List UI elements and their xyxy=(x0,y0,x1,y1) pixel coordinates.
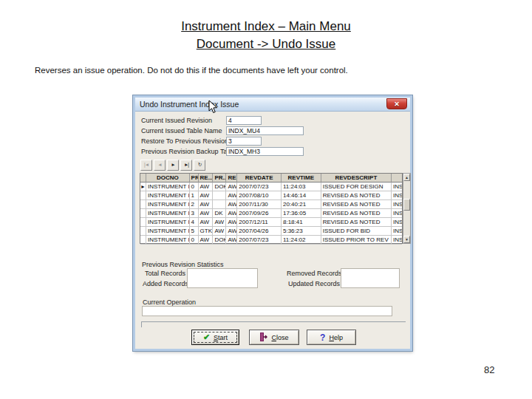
slide-page-number: 82 xyxy=(484,364,494,375)
table-row[interactable]: INSTRUMENT IND 2 AW AW 2007/11/30 20:40:… xyxy=(140,200,402,209)
start-button-label: tart xyxy=(218,334,228,341)
cell-rev: 0 xyxy=(190,183,199,191)
start-button[interactable]: ✔ Start xyxy=(191,330,239,345)
cell-extra: INSTRU xyxy=(392,218,402,227)
first-record-icon: |◄ xyxy=(144,163,149,168)
check-icon: ✔ xyxy=(203,333,210,341)
slide: Instrument Index – Main Menu Document ->… xyxy=(0,0,532,399)
cell-by2: DOK xyxy=(213,183,226,191)
cell-extra: INSTRU xyxy=(392,236,402,245)
header-revdescript[interactable]: REVDESCRIPT xyxy=(321,174,392,183)
cell-by3: AW xyxy=(226,191,237,200)
cell-by1: AW xyxy=(199,200,214,209)
help-button[interactable]: ? Help xyxy=(307,330,356,345)
cell-revtime: 11:24:03 xyxy=(282,183,321,191)
current-issued-revision-field[interactable]: 4 xyxy=(226,116,262,125)
header-revtime[interactable]: REVTIME xyxy=(282,174,321,183)
scroll-down-icon[interactable]: ▼ xyxy=(403,236,410,243)
table-vertical-scrollbar[interactable]: ▲ ▼ xyxy=(403,173,411,244)
cell-by2 xyxy=(213,200,226,209)
cell-revdate: 2007/08/10 xyxy=(237,191,282,200)
cell-revdate: 2007/07/23 xyxy=(237,236,282,245)
cell-revtime: 14:46:14 xyxy=(282,191,321,200)
mouse-cursor-icon xyxy=(208,100,218,117)
right-records-value-box xyxy=(341,268,400,288)
cell-revdate: 2007/07/23 xyxy=(237,183,282,191)
cell-by2 xyxy=(213,191,226,200)
cell-rev: 5 xyxy=(190,227,199,236)
header-rev-by-1[interactable]: RE... xyxy=(199,174,214,183)
table-row[interactable]: INSTRUMENT IND 1 AW AW 2007/08/10 14:46:… xyxy=(140,191,402,200)
field-label-current-issued-revision: Current Issued Revision xyxy=(141,117,212,124)
table-row[interactable]: INSTRUMENT IND 4 AW AW AW 2007/12/11 8:1… xyxy=(140,218,402,227)
added-records-label: Added Records xyxy=(143,280,188,287)
table-row[interactable]: INSTRUMENT IND 0 AW DOK AW 2007/07/23 11… xyxy=(140,236,402,245)
cell-by1: AW xyxy=(199,209,214,218)
first-record-button[interactable]: |◄ xyxy=(140,160,152,171)
field-label-current-issued-table-name: Current Issued Table Name xyxy=(141,127,222,134)
row-selector-icon xyxy=(140,200,146,209)
close-dialog-button[interactable]: Close xyxy=(249,330,299,345)
cell-extra: INSTRU xyxy=(392,227,402,236)
header-rev-by-3[interactable]: RE... xyxy=(226,174,237,183)
header-docno[interactable]: DOCNO xyxy=(146,174,190,183)
slide-description: Reverses an issue operation. Do not do t… xyxy=(35,66,348,75)
cell-rev: 2 xyxy=(190,200,199,209)
restore-to-previous-revision-field[interactable]: 3 xyxy=(226,137,262,146)
help-button-label: elp xyxy=(334,334,343,341)
cell-rev: 4 xyxy=(190,218,199,227)
current-operation-field xyxy=(142,306,392,316)
row-selector-icon xyxy=(140,227,146,236)
cell-by3: AW xyxy=(226,183,237,191)
cell-by2: DK xyxy=(213,209,226,218)
record-nav-toolbar: |◄ ◄ ► ►| ↻ xyxy=(140,160,205,171)
table-header-row: DOCNO PR.. RE... PR.. RE... REVDATE REVT… xyxy=(140,174,402,183)
slide-title-line1: Instrument Index – Main Menu xyxy=(0,18,532,35)
dialog-titlebar[interactable]: Undo Instrument Index Issue ✕ xyxy=(135,98,410,112)
cell-by2: AW xyxy=(213,218,226,227)
previous-record-icon: ◄ xyxy=(157,163,161,168)
cell-rev: 3 xyxy=(190,209,199,218)
next-record-icon: ► xyxy=(171,163,174,168)
cell-by3: AW xyxy=(226,209,237,218)
undo-instrument-index-issue-dialog: Undo Instrument Index Issue ✕ Current Is… xyxy=(133,95,412,351)
previous-revision-backup-table-name-field[interactable]: INDX_MH3 xyxy=(226,147,304,156)
row-selector-icon xyxy=(140,191,146,200)
header-rev[interactable]: PR.. xyxy=(190,174,199,183)
cell-revtime: 20:40:21 xyxy=(282,200,321,209)
row-selector-icon xyxy=(140,209,146,218)
removed-records-label: Removed Records xyxy=(287,270,342,277)
cell-docno: INSTRUMENT IND xyxy=(146,191,190,200)
next-record-button[interactable]: ► xyxy=(167,160,179,171)
cell-by3: AW xyxy=(226,227,237,236)
header-selector xyxy=(140,174,146,183)
header-revdate[interactable]: REVDATE xyxy=(237,174,282,183)
current-issued-table-name-field[interactable]: INDX_MU4 xyxy=(226,126,304,135)
last-record-icon: ►| xyxy=(184,163,188,168)
refresh-icon: ↻ xyxy=(198,163,201,168)
header-extra[interactable] xyxy=(392,174,402,183)
scrollbar-thumb[interactable] xyxy=(403,199,410,211)
row-selector-icon xyxy=(140,218,146,227)
refresh-button[interactable]: ↻ xyxy=(194,160,205,171)
cell-by3: AW xyxy=(226,218,237,227)
question-mark-icon: ? xyxy=(320,333,325,342)
table-row[interactable]: INSTRUMENT IND 3 AW DK AW 2007/09/26 17:… xyxy=(140,209,402,218)
close-icon: ✕ xyxy=(394,100,400,108)
cell-revdescript: REVISED AS NOTED xyxy=(321,200,392,209)
previous-revision-statistics-label: Previous Revision Statistics xyxy=(142,261,224,268)
cell-by1: GTK xyxy=(199,227,214,236)
cell-docno: INSTRUMENT IND xyxy=(146,183,190,191)
close-button[interactable]: ✕ xyxy=(386,98,407,109)
last-record-button[interactable]: ►| xyxy=(180,160,192,171)
cell-by3: AW xyxy=(226,200,237,209)
previous-record-button[interactable]: ◄ xyxy=(154,160,166,171)
table-row[interactable]: ► INSTRUMENT IND 0 AW DOK AW 2007/07/23 … xyxy=(140,183,402,191)
cell-docno: INSTRUMENT IND xyxy=(146,227,190,236)
total-records-label: Total Records xyxy=(145,270,185,277)
row-selector-icon: ► xyxy=(140,183,146,191)
cell-revdate: 2007/12/11 xyxy=(237,218,282,227)
header-rev-by-2[interactable]: PR.. xyxy=(213,174,226,183)
table-row[interactable]: INSTRUMENT IND 5 GTK AW AW 2007/04/26 5:… xyxy=(140,227,402,236)
scroll-up-icon[interactable]: ▲ xyxy=(403,174,410,181)
